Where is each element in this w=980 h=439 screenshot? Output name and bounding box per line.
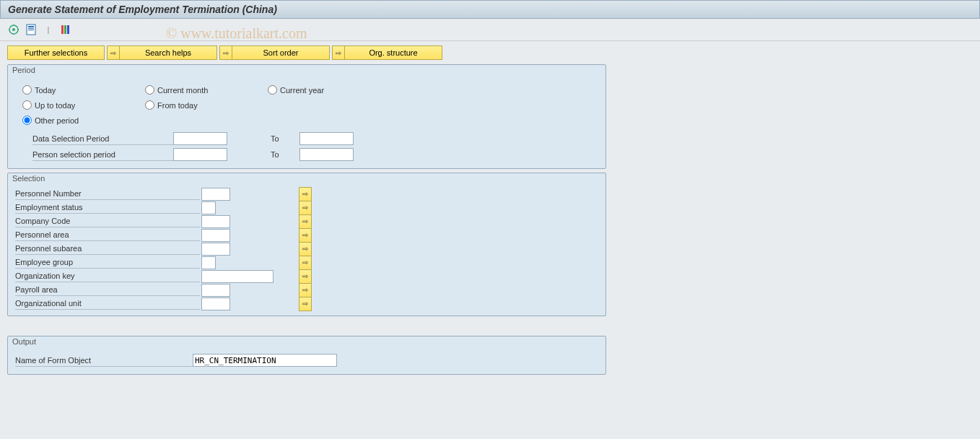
data-selection-from-input[interactable] <box>173 132 227 145</box>
selection-field-label: Personnel area <box>15 229 200 241</box>
selection-row: Personnel subarea⇨ <box>15 243 603 255</box>
org-structure-button[interactable]: Org. structure <box>345 45 442 60</box>
selection-row: Organizational unit⇨ <box>15 297 603 310</box>
svg-rect-3 <box>28 26 34 27</box>
arrow-right-icon: ⇨ <box>302 217 308 225</box>
multiple-selection-button[interactable]: ⇨ <box>299 256 312 270</box>
svg-rect-8 <box>67 25 69 34</box>
sort-order-arrow[interactable]: ⇨ <box>219 45 232 60</box>
selection-row: Personnel Number⇨ <box>15 188 603 200</box>
svg-point-1 <box>12 28 15 31</box>
further-selections-button[interactable]: Further selections <box>7 45 105 60</box>
execute-icon[interactable] <box>7 23 20 36</box>
person-selection-label: Person selection period <box>32 149 173 161</box>
color-bars-icon[interactable] <box>59 23 72 36</box>
arrow-right-icon: ⇨ <box>302 300 308 308</box>
svg-rect-4 <box>28 28 34 29</box>
radio-current-month[interactable]: Current month <box>145 85 268 95</box>
radio-other-period[interactable]: Other period <box>22 116 145 125</box>
selection-row: Employment status⇨ <box>15 201 603 214</box>
selection-field-input[interactable] <box>201 243 230 256</box>
svg-rect-5 <box>28 30 34 30</box>
radio-today[interactable]: Today <box>22 85 145 95</box>
selection-field-input[interactable] <box>201 297 230 310</box>
org-structure-arrow[interactable]: ⇨ <box>332 45 345 60</box>
arrow-right-icon: ⇨ <box>302 272 308 280</box>
arrow-right-icon: ⇨ <box>302 286 308 294</box>
selection-panel: Selection Personnel Number⇨Employment st… <box>7 173 606 316</box>
title-text: Generate Statement of Employment Termina… <box>8 4 277 15</box>
radio-current-year[interactable]: Current year <box>268 85 390 95</box>
selection-field-input[interactable] <box>201 270 274 283</box>
to-label: To <box>271 134 299 143</box>
selection-field-label: Employment status <box>15 201 200 214</box>
person-selection-to-input[interactable] <box>299 148 354 161</box>
selection-field-label: Organizational unit <box>15 297 200 310</box>
arrow-right-icon: ⇨ <box>302 204 308 212</box>
selection-field-label: Organization key <box>15 270 200 282</box>
form-object-row: Name of Form Object <box>15 354 603 367</box>
svg-rect-7 <box>64 25 66 34</box>
selection-row: Payroll area⇨ <box>15 284 603 296</box>
selection-panel-title: Selection <box>8 173 605 183</box>
person-selection-from-input[interactable] <box>173 148 227 161</box>
multiple-selection-button[interactable]: ⇨ <box>299 283 312 297</box>
selection-row: Personnel area⇨ <box>15 229 603 241</box>
arrow-right-icon: ⇨ <box>336 49 341 57</box>
selection-row: Employee group⇨ <box>15 256 603 269</box>
output-panel-title: Output <box>8 336 605 347</box>
selection-field-label: Payroll area <box>15 284 200 296</box>
selection-field-input[interactable] <box>201 256 216 269</box>
to-label: To <box>271 150 299 159</box>
arrow-right-icon: ⇨ <box>302 231 308 239</box>
search-helps-arrow[interactable]: ⇨ <box>107 45 120 60</box>
svg-rect-6 <box>61 25 64 34</box>
page-title: Generate Statement of Employment Termina… <box>0 0 980 19</box>
info-icon[interactable] <box>25 23 38 36</box>
data-selection-label: Data Selection Period <box>32 133 173 145</box>
period-panel: Period Today Current month Current year … <box>7 64 606 169</box>
multiple-selection-button[interactable]: ⇨ <box>299 228 312 243</box>
radio-from-today[interactable]: From today <box>145 100 268 110</box>
arrow-right-icon: ⇨ <box>302 258 308 266</box>
multiple-selection-button[interactable]: ⇨ <box>299 214 312 229</box>
selection-row: Organization key⇨ <box>15 270 603 282</box>
arrow-right-icon: ⇨ <box>110 49 116 57</box>
multiple-selection-button[interactable]: ⇨ <box>299 297 312 311</box>
period-panel-title: Period <box>8 65 605 75</box>
arrow-right-icon: ⇨ <box>223 49 229 57</box>
data-selection-to-input[interactable] <box>299 132 354 145</box>
selection-field-label: Company Code <box>15 215 200 227</box>
arrow-right-icon: ⇨ <box>302 245 308 253</box>
sort-order-button[interactable]: Sort order <box>232 45 330 60</box>
search-helps-button[interactable]: Search helps <box>120 45 217 60</box>
multiple-selection-button[interactable]: ⇨ <box>299 269 312 284</box>
multiple-selection-button[interactable]: ⇨ <box>299 187 312 201</box>
selection-field-input[interactable] <box>201 188 230 201</box>
selection-buttons: Further selections ⇨ Search helps ⇨ Sort… <box>7 45 973 60</box>
selection-field-input[interactable] <box>201 215 230 228</box>
data-selection-period-row: Data Selection Period To <box>32 132 603 145</box>
selection-row: Company Code⇨ <box>15 215 603 227</box>
output-panel: Output Name of Form Object <box>7 336 606 375</box>
selection-field-label: Personnel subarea <box>15 243 200 255</box>
form-object-input[interactable] <box>193 354 337 367</box>
selection-field-label: Personnel Number <box>15 188 200 200</box>
selection-field-input[interactable] <box>201 201 216 214</box>
selection-field-input[interactable] <box>201 229 230 242</box>
multiple-selection-button[interactable]: ⇨ <box>299 201 312 215</box>
arrow-right-icon: ⇨ <box>302 190 308 198</box>
separator-icon: | <box>42 23 55 36</box>
radio-up-to-today[interactable]: Up to today <box>22 100 145 110</box>
form-object-label: Name of Form Object <box>15 355 193 367</box>
app-toolbar: | <box>0 19 980 41</box>
person-selection-period-row: Person selection period To <box>32 148 603 161</box>
multiple-selection-button[interactable]: ⇨ <box>299 242 312 256</box>
selection-field-label: Employee group <box>15 256 200 269</box>
selection-field-input[interactable] <box>201 284 230 297</box>
